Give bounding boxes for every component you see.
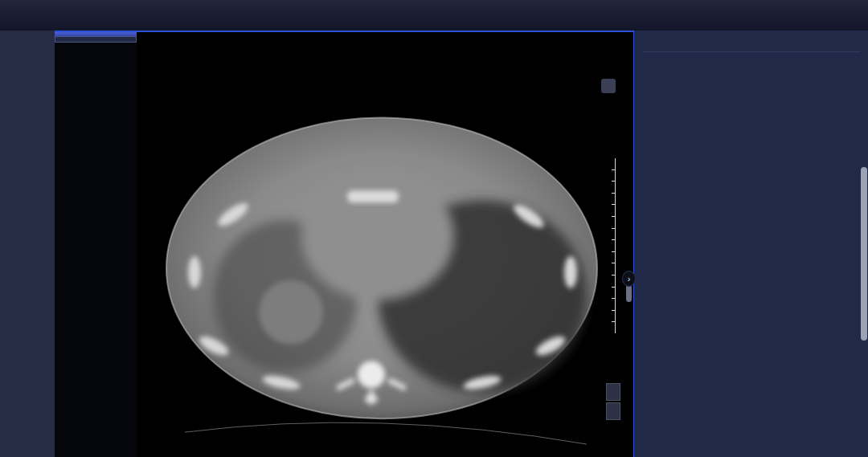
top-bar [0,0,868,31]
disclaimer-marquee [634,443,868,457]
link-series-button[interactable] [601,79,616,93]
scale-ruler [609,158,616,333]
scroll-up-button[interactable] [606,383,620,401]
image-viewport[interactable] [137,31,633,457]
panel-collapse-handle[interactable]: › [622,271,636,287]
qc-panel [633,31,868,457]
image-stack-scrollbar[interactable] [626,284,632,302]
ct-axial-image [137,32,633,457]
series-panel [55,31,137,457]
pacs-app: › [0,0,868,457]
content-row: › [0,31,868,457]
series-thumbnail-list [55,43,137,457]
left-sidebar [0,31,55,457]
image-scroll-buttons [606,383,620,420]
qc-panel-scrollbar[interactable] [861,167,867,341]
scroll-down-button[interactable] [606,402,620,420]
qc-section-header [642,51,860,58]
study-dropdown[interactable] [55,36,137,43]
app-logo [0,7,137,23]
